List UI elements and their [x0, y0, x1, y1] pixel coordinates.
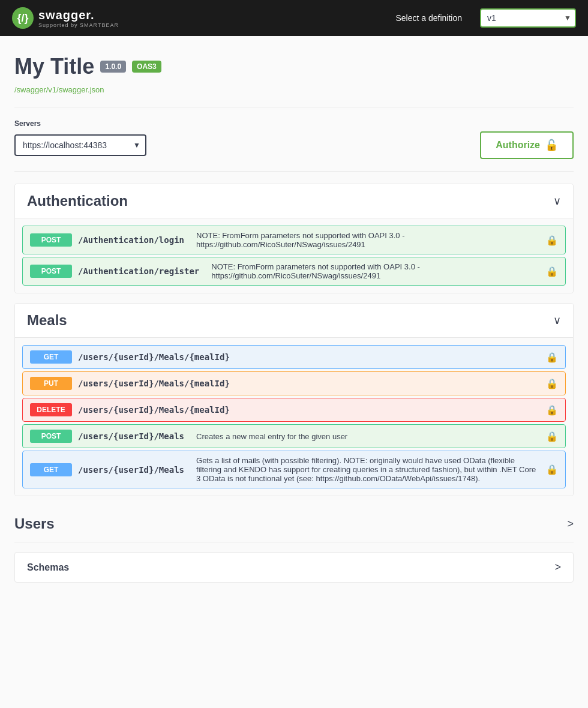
- definition-select[interactable]: v1: [480, 8, 576, 28]
- users-title: Users: [14, 515, 55, 532]
- schemas-chevron-icon: >: [554, 561, 561, 574]
- authorize-button[interactable]: Authorize 🔓: [480, 131, 574, 159]
- title-divider: [14, 107, 574, 107]
- meals-endpoints: GET /users/{userId}/Meals/{mealId} 🔒 PUT…: [15, 338, 573, 496]
- users-section: Users >: [14, 506, 574, 542]
- authentication-endpoints: POST /Authentication/login NOTE: FromFor…: [15, 218, 573, 293]
- schemas-title: Schemas: [27, 562, 69, 573]
- select-definition-label: Select a definition: [395, 13, 462, 23]
- authentication-chevron-icon: ∨: [553, 194, 561, 208]
- logo-text: swagger. Supported by SMARTBEAR: [38, 8, 119, 28]
- endpoint-desc: NOTE: FromForm parameters not supported …: [196, 231, 540, 249]
- header: {/} swagger. Supported by SMARTBEAR Sele…: [0, 0, 588, 36]
- method-badge-post: POST: [30, 430, 72, 443]
- method-badge-get: GET: [30, 463, 72, 476]
- definition-select-wrapper[interactable]: v1 ▼: [480, 8, 576, 28]
- endpoint-meals-post[interactable]: POST /users/{userId}/Meals Creates a new…: [22, 424, 566, 448]
- endpoint-desc: Gets a list of mails (with possible filt…: [196, 456, 540, 483]
- logo-main-text: swagger.: [38, 8, 119, 22]
- endpoint-path: /users/{userId}/Meals/{mealId}: [78, 352, 230, 362]
- endpoint-authentication-login[interactable]: POST /Authentication/login NOTE: FromFor…: [22, 226, 566, 254]
- endpoint-meals-get-list[interactable]: GET /users/{userId}/Meals Gets a list of…: [22, 451, 566, 488]
- servers-divider: [14, 171, 574, 172]
- logo-container: {/} swagger. Supported by SMARTBEAR: [12, 7, 119, 29]
- method-badge-get: GET: [30, 350, 72, 364]
- lock-icon: 🔒: [546, 352, 558, 363]
- servers-row: https://localhost:44383 ▼ Authorize 🔓: [14, 131, 574, 159]
- servers-label: Servers: [14, 119, 574, 128]
- svg-text:{/}: {/}: [17, 12, 28, 24]
- endpoint-meals-get-by-id[interactable]: GET /users/{userId}/Meals/{mealId} 🔒: [22, 345, 566, 369]
- server-select-wrapper[interactable]: https://localhost:44383 ▼: [14, 134, 146, 156]
- endpoint-path: /Authentication/register: [78, 266, 199, 276]
- lock-icon: 🔒: [546, 431, 558, 442]
- endpoint-meals-put[interactable]: PUT /users/{userId}/Meals/{mealId} 🔒: [22, 371, 566, 395]
- version-badge: 1.0.0: [100, 61, 126, 73]
- schemas-section: Schemas >: [14, 552, 574, 583]
- method-badge-post: POST: [30, 265, 72, 278]
- endpoint-path: /Authentication/login: [78, 235, 184, 245]
- users-chevron-icon: >: [567, 518, 574, 530]
- endpoint-desc: Creates a new meal entry for the given u…: [196, 432, 540, 441]
- lock-icon: 🔓: [545, 139, 558, 152]
- endpoint-path: /users/{userId}/Meals: [78, 431, 184, 441]
- meals-section-header[interactable]: Meals ∨: [15, 304, 573, 338]
- endpoint-desc: NOTE: FromForm parameters not supported …: [211, 262, 540, 280]
- endpoint-path: /users/{userId}/Meals/{mealId}: [78, 405, 230, 415]
- lock-icon: 🔒: [546, 266, 558, 277]
- lock-icon: 🔒: [546, 235, 558, 246]
- users-section-header[interactable]: Users >: [14, 515, 574, 532]
- title-row: My Title 1.0.0 OAS3: [14, 54, 574, 79]
- lock-icon: 🔒: [546, 404, 558, 416]
- meals-chevron-icon: ∨: [553, 314, 561, 327]
- authorize-label: Authorize: [496, 140, 540, 151]
- main-content: My Title 1.0.0 OAS3 /swagger/v1/swagger.…: [0, 36, 588, 613]
- lock-icon: 🔒: [546, 464, 558, 475]
- method-badge-post: POST: [30, 233, 72, 247]
- swagger-json-link[interactable]: /swagger/v1/swagger.json: [14, 85, 104, 94]
- authentication-section: Authentication ∨ POST /Authentication/lo…: [14, 184, 574, 293]
- endpoint-meals-delete[interactable]: DELETE /users/{userId}/Meals/{mealId} 🔒: [22, 398, 566, 422]
- server-select[interactable]: https://localhost:44383: [14, 134, 146, 156]
- meals-section: Meals ∨ GET /users/{userId}/Meals/{mealI…: [14, 303, 574, 496]
- swagger-logo-icon: {/}: [12, 7, 34, 29]
- schemas-section-header[interactable]: Schemas >: [15, 553, 573, 582]
- method-badge-delete: DELETE: [30, 403, 72, 416]
- method-badge-put: PUT: [30, 377, 72, 390]
- servers-section: Servers https://localhost:44383 ▼ Author…: [14, 119, 574, 159]
- meals-title: Meals: [27, 312, 67, 329]
- endpoint-path: /users/{userId}/Meals: [78, 465, 184, 475]
- logo-sub-text: Supported by SMARTBEAR: [38, 22, 119, 28]
- page-title: My Title: [14, 54, 94, 79]
- endpoint-path: /users/{userId}/Meals/{mealId}: [78, 379, 230, 388]
- lock-icon: 🔒: [546, 378, 558, 389]
- title-area: My Title 1.0.0 OAS3 /swagger/v1/swagger.…: [14, 54, 574, 95]
- authentication-section-header[interactable]: Authentication ∨: [15, 184, 573, 218]
- authentication-title: Authentication: [27, 193, 128, 209]
- endpoint-authentication-register[interactable]: POST /Authentication/register NOTE: From…: [22, 257, 566, 286]
- oas-badge: OAS3: [132, 61, 161, 73]
